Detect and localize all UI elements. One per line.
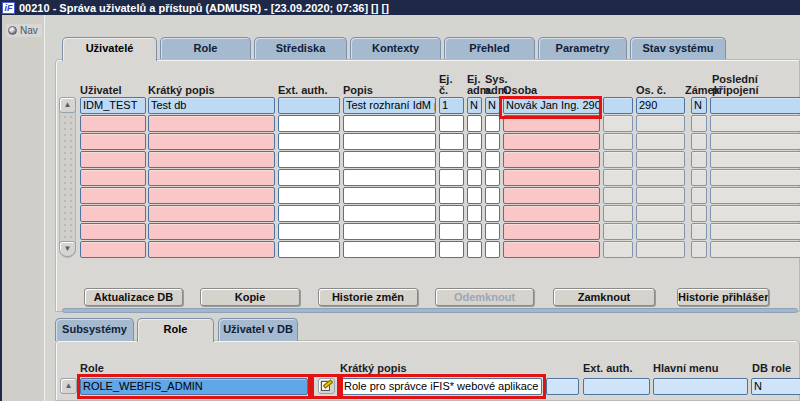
- users-cell-popis-empty[interactable]: [343, 223, 436, 240]
- roles-cell-extra[interactable]: [546, 378, 579, 395]
- users-cell-ej_adm-empty[interactable]: [467, 133, 482, 150]
- users-cell-kratky_popis-empty[interactable]: [148, 151, 275, 168]
- button-historie-zmen[interactable]: Historie změn: [318, 288, 418, 306]
- users-cell-ej_c-empty[interactable]: [439, 187, 464, 204]
- users-cell-popis-empty[interactable]: [343, 133, 436, 150]
- users-cell-popis[interactable]: Test rozhraní IdM pro: [343, 97, 436, 114]
- tab-kontexty[interactable]: Kontexty: [350, 37, 441, 60]
- tab-strediska[interactable]: Střediska: [254, 37, 347, 60]
- tab-role[interactable]: Role: [137, 318, 214, 342]
- users-cell-sys_adm-empty[interactable]: [485, 115, 500, 132]
- users-cell-uzivatel-empty[interactable]: [80, 223, 146, 240]
- users-cell-ext_auth-empty[interactable]: [278, 133, 340, 150]
- users-cell-kratky_popis-empty[interactable]: [148, 133, 275, 150]
- button-aktualizace-db[interactable]: Aktualizace DB: [84, 288, 183, 306]
- users-cell-ej_c-empty[interactable]: [439, 151, 464, 168]
- roles-row-selector-button[interactable]: ▲: [60, 378, 77, 394]
- users-cell-kratky_popis-empty[interactable]: [148, 205, 275, 222]
- users-cell-ej_adm-empty[interactable]: [467, 205, 482, 222]
- users-cell-ej_c[interactable]: 1: [439, 97, 464, 114]
- users-cell-ej_c-empty[interactable]: [439, 115, 464, 132]
- roles-cell-hlavni_menu[interactable]: [653, 378, 748, 395]
- users-cell-uzivatel-empty[interactable]: [80, 115, 146, 132]
- users-cell-ej_c-empty[interactable]: [439, 133, 464, 150]
- users-cell-sys_adm-empty[interactable]: [485, 223, 500, 240]
- users-cell-uzivatel-empty[interactable]: [80, 151, 146, 168]
- users-cell-ext_auth[interactable]: [278, 97, 340, 114]
- button-historie-prihlaseni[interactable]: Historie přihlášení: [677, 288, 769, 306]
- users-cell-osoba[interactable]: Novák Jan Ing. 290: [503, 97, 600, 114]
- users-cell-kratky_popis-empty[interactable]: [148, 241, 275, 258]
- nav-toggle[interactable]: Nav: [6, 24, 42, 37]
- users-cell-ej_c-empty[interactable]: [439, 169, 464, 186]
- users-cell-osoba-empty[interactable]: [503, 115, 600, 132]
- users-cell-uzivatel-empty[interactable]: [80, 241, 146, 258]
- users-cell-ej_adm-empty[interactable]: [467, 115, 482, 132]
- users-cell-kratky_popis-empty[interactable]: [148, 169, 275, 186]
- tab-subsystemy[interactable]: Subsystémy: [55, 318, 134, 341]
- users-cell-ext_auth-empty[interactable]: [278, 187, 340, 204]
- scroll-up-button[interactable]: ▲: [59, 97, 76, 113]
- users-cell-uzivatel[interactable]: IDM_TEST: [80, 97, 146, 114]
- roles-cell-kratky_popis[interactable]: Role pro správce iFIS* webové aplikace: [341, 378, 542, 395]
- users-cell-osoba-empty[interactable]: [503, 169, 600, 186]
- users-cell-uzivatel-empty[interactable]: [80, 169, 146, 186]
- users-cell-osoba-empty[interactable]: [503, 133, 600, 150]
- users-cell-sys_adm[interactable]: N: [485, 97, 500, 114]
- users-cell-popis-empty[interactable]: [343, 115, 436, 132]
- users-cell-kratky_popis-empty[interactable]: [148, 115, 275, 132]
- users-cell-ej_adm[interactable]: N: [467, 97, 482, 114]
- users-cell-ext_auth-empty[interactable]: [278, 151, 340, 168]
- users-cell-popis-empty[interactable]: [343, 169, 436, 186]
- users-cell-sys_adm-empty[interactable]: [485, 151, 500, 168]
- tab-prehled[interactable]: Přehled: [444, 37, 535, 60]
- button-zamknout[interactable]: Zamknout: [553, 288, 655, 306]
- users-cell-ej_c-empty[interactable]: [439, 241, 464, 258]
- roles-cell-db_role[interactable]: N: [751, 378, 800, 395]
- users-cell-uzivatel-empty[interactable]: [80, 205, 146, 222]
- users-cell-osoba-empty[interactable]: [503, 151, 600, 168]
- roles-cell-ext_auth[interactable]: [583, 378, 650, 395]
- users-cell-osoba-empty[interactable]: [503, 187, 600, 204]
- users-vertical-scrollbar[interactable]: [59, 97, 76, 258]
- users-cell-ej_adm-empty[interactable]: [467, 187, 482, 204]
- users-cell-sys_adm-empty[interactable]: [485, 205, 500, 222]
- users-cell-ej_adm-empty[interactable]: [467, 241, 482, 258]
- users-cell-uzivatel-empty[interactable]: [80, 133, 146, 150]
- users-cell-ej_c-empty[interactable]: [439, 223, 464, 240]
- users-cell-kratky_popis[interactable]: Test db: [148, 97, 275, 114]
- users-cell-ext_auth-empty[interactable]: [278, 115, 340, 132]
- tab-uzivatele[interactable]: Uživatelé: [62, 37, 157, 61]
- users-cell-kratky_popis-empty[interactable]: [148, 187, 275, 204]
- users-cell-popis-empty[interactable]: [343, 205, 436, 222]
- users-cell-popis-empty[interactable]: [343, 187, 436, 204]
- users-cell-sys_adm-empty[interactable]: [485, 241, 500, 258]
- users-cell-ej_adm-empty[interactable]: [467, 169, 482, 186]
- users-cell-ej_adm-empty[interactable]: [467, 223, 482, 240]
- users-cell-kratky_popis-empty[interactable]: [148, 223, 275, 240]
- users-cell-osoba-empty[interactable]: [503, 223, 600, 240]
- users-cell-sys_adm-empty[interactable]: [485, 169, 500, 186]
- users-cell-sys_adm-empty[interactable]: [485, 187, 500, 204]
- users-cell-sys_adm-empty[interactable]: [485, 133, 500, 150]
- button-kopie[interactable]: Kopie: [200, 288, 300, 306]
- tab-stav-systemu[interactable]: Stav systému: [630, 37, 726, 60]
- users-cell-osoba-empty[interactable]: [503, 205, 600, 222]
- scroll-down-button[interactable]: ▼: [59, 241, 76, 257]
- roles-cell-role[interactable]: ROLE_WEBFIS_ADMIN: [80, 378, 308, 395]
- tab-parametry[interactable]: Parametry: [538, 37, 627, 60]
- editor-button[interactable]: [318, 378, 335, 394]
- users-cell-uzivatel-empty[interactable]: [80, 187, 146, 204]
- users-cell-ext_auth-empty[interactable]: [278, 205, 340, 222]
- users-horizontal-scrollbar[interactable]: [62, 308, 798, 313]
- tab-role[interactable]: Role: [160, 37, 251, 60]
- users-cell-popis-empty[interactable]: [343, 241, 436, 258]
- users-cell-ej_adm-empty[interactable]: [467, 151, 482, 168]
- users-cell-ej_c-empty[interactable]: [439, 205, 464, 222]
- users-cell-ext_auth-empty[interactable]: [278, 169, 340, 186]
- users-cell-popis-empty[interactable]: [343, 151, 436, 168]
- users-cell-ext_auth-empty[interactable]: [278, 241, 340, 258]
- users-cell-ext_auth-empty[interactable]: [278, 223, 340, 240]
- users-cell-osoba-empty[interactable]: [503, 241, 600, 258]
- tab-uzivatel-v-db[interactable]: Uživatel v DB: [218, 318, 298, 341]
